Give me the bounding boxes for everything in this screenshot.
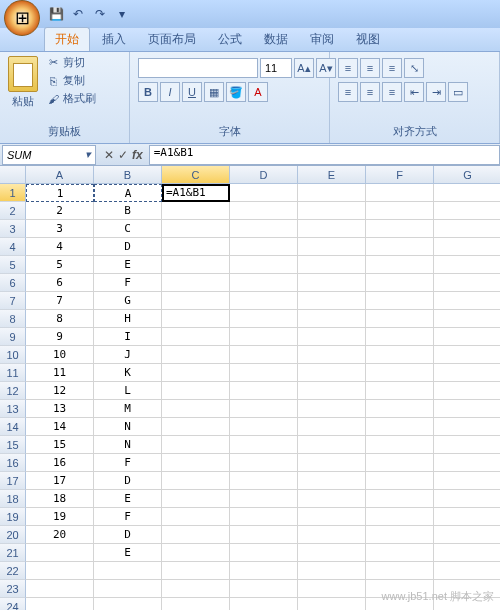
cell[interactable]: D <box>94 472 162 490</box>
row-header[interactable]: 11 <box>0 364 26 382</box>
cell[interactable] <box>162 292 230 310</box>
cell[interactable] <box>434 256 500 274</box>
cell[interactable] <box>26 598 94 610</box>
cell[interactable]: 14 <box>26 418 94 436</box>
cell[interactable] <box>366 328 434 346</box>
cell[interactable] <box>230 310 298 328</box>
cell[interactable] <box>162 364 230 382</box>
cell[interactable]: D <box>94 238 162 256</box>
merge-button[interactable]: ▭ <box>448 82 468 102</box>
cell[interactable]: F <box>94 508 162 526</box>
cell[interactable]: 12 <box>26 382 94 400</box>
cell[interactable] <box>162 418 230 436</box>
tab-4[interactable]: 数据 <box>254 28 298 51</box>
cell[interactable] <box>298 238 366 256</box>
cell[interactable] <box>434 508 500 526</box>
cell[interactable] <box>230 184 298 202</box>
tab-2[interactable]: 页面布局 <box>138 28 206 51</box>
align-center-button[interactable]: ≡ <box>360 82 380 102</box>
cell[interactable] <box>230 364 298 382</box>
cell[interactable] <box>298 256 366 274</box>
cell[interactable]: E <box>94 490 162 508</box>
align-left-button[interactable]: ≡ <box>338 82 358 102</box>
cell[interactable] <box>434 274 500 292</box>
cell[interactable] <box>366 562 434 580</box>
name-box[interactable]: SUM ▾ <box>2 145 96 165</box>
cell[interactable] <box>366 292 434 310</box>
cell[interactable]: N <box>94 436 162 454</box>
row-header[interactable]: 5 <box>0 256 26 274</box>
cell[interactable] <box>162 310 230 328</box>
cell[interactable] <box>298 382 366 400</box>
cell[interactable] <box>26 562 94 580</box>
column-header[interactable]: F <box>366 166 434 184</box>
row-header[interactable]: 2 <box>0 202 26 220</box>
cell[interactable] <box>162 508 230 526</box>
cell[interactable] <box>162 202 230 220</box>
cell[interactable] <box>366 472 434 490</box>
cell[interactable] <box>26 544 94 562</box>
cell[interactable]: 8 <box>26 310 94 328</box>
cell[interactable]: N <box>94 418 162 436</box>
cell[interactable]: 15 <box>26 436 94 454</box>
cell[interactable]: F <box>94 274 162 292</box>
cell[interactable]: J <box>94 346 162 364</box>
row-header[interactable]: 14 <box>0 418 26 436</box>
cell[interactable]: F <box>94 454 162 472</box>
row-header[interactable]: 21 <box>0 544 26 562</box>
cell[interactable]: =A1&B1 <box>162 184 230 202</box>
cell[interactable]: 18 <box>26 490 94 508</box>
cell[interactable] <box>434 436 500 454</box>
office-button[interactable]: ⊞ <box>4 0 40 36</box>
cell[interactable] <box>94 580 162 598</box>
row-header[interactable]: 7 <box>0 292 26 310</box>
cell[interactable] <box>162 346 230 364</box>
cell[interactable] <box>434 472 500 490</box>
cell[interactable]: 10 <box>26 346 94 364</box>
cell[interactable] <box>434 238 500 256</box>
row-header[interactable]: 3 <box>0 220 26 238</box>
cell[interactable] <box>434 400 500 418</box>
cell[interactable]: B <box>94 202 162 220</box>
cell[interactable] <box>298 220 366 238</box>
cell[interactable] <box>434 526 500 544</box>
cell[interactable] <box>26 580 94 598</box>
cell[interactable] <box>434 382 500 400</box>
row-header[interactable]: 24 <box>0 598 26 610</box>
cell[interactable] <box>298 526 366 544</box>
cell[interactable]: 17 <box>26 472 94 490</box>
cell[interactable] <box>298 580 366 598</box>
row-header[interactable]: 23 <box>0 580 26 598</box>
row-header[interactable]: 4 <box>0 238 26 256</box>
row-header[interactable]: 9 <box>0 328 26 346</box>
cell[interactable] <box>162 328 230 346</box>
cell[interactable] <box>162 220 230 238</box>
tab-5[interactable]: 审阅 <box>300 28 344 51</box>
cell[interactable] <box>298 274 366 292</box>
cell[interactable] <box>230 346 298 364</box>
cell[interactable] <box>162 472 230 490</box>
align-middle-button[interactable]: ≡ <box>360 58 380 78</box>
copy-button[interactable]: ⎘复制 <box>44 72 98 89</box>
cell[interactable]: A <box>94 184 162 202</box>
bold-button[interactable]: B <box>138 82 158 102</box>
accept-formula-button[interactable]: ✓ <box>118 148 128 162</box>
cell[interactable]: 19 <box>26 508 94 526</box>
cell[interactable] <box>366 490 434 508</box>
row-header[interactable]: 13 <box>0 400 26 418</box>
cell[interactable]: L <box>94 382 162 400</box>
cell[interactable] <box>366 364 434 382</box>
decrease-indent-button[interactable]: ⇤ <box>404 82 424 102</box>
cell[interactable]: 7 <box>26 292 94 310</box>
cell[interactable]: I <box>94 328 162 346</box>
cell[interactable]: 16 <box>26 454 94 472</box>
cell[interactable] <box>298 472 366 490</box>
italic-button[interactable]: I <box>160 82 180 102</box>
qat-dropdown-icon[interactable]: ▾ <box>114 6 130 22</box>
align-top-button[interactable]: ≡ <box>338 58 358 78</box>
row-header[interactable]: 22 <box>0 562 26 580</box>
cell[interactable] <box>162 526 230 544</box>
row-header[interactable]: 8 <box>0 310 26 328</box>
cell[interactable] <box>298 562 366 580</box>
cell[interactable] <box>366 400 434 418</box>
